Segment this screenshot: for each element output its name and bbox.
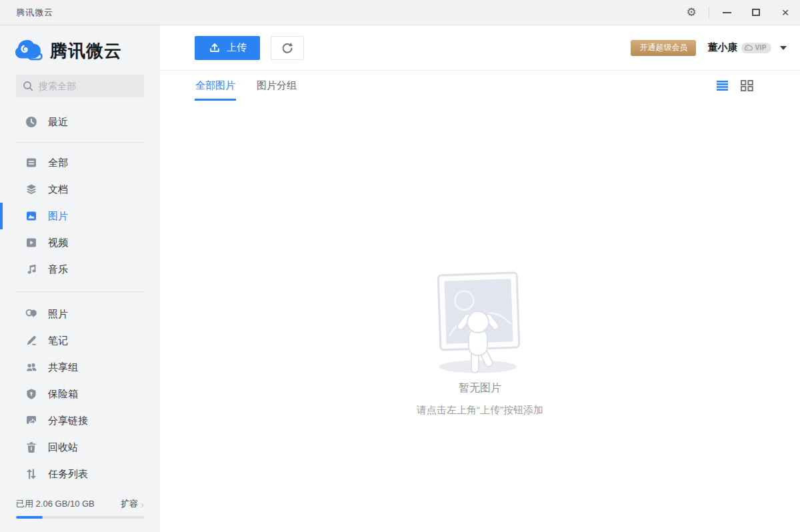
search-box[interactable] — [16, 75, 144, 97]
sidebar-item-all[interactable]: 全部 — [0, 149, 160, 176]
upload-icon — [208, 41, 221, 55]
pictures-icon — [25, 209, 38, 223]
vip-badge: VIP — [741, 43, 771, 53]
chevron-right-icon: › — [141, 499, 144, 509]
sidebar-item-label: 回收站 — [48, 441, 78, 454]
storage-progress-bar — [16, 516, 144, 519]
video-icon — [25, 236, 38, 249]
notes-pen-icon — [25, 334, 38, 347]
weiyun-cloud-logo — [15, 39, 44, 63]
sidebar-item-label: 分享链接 — [48, 415, 88, 427]
clock-icon — [25, 115, 38, 129]
storage-used-text: 已用 2.06 GB/10 GB — [16, 498, 95, 510]
empty-state: 暂无图片 请点击左上角“上传”按钮添加 — [160, 101, 800, 532]
close-button[interactable]: × — [771, 0, 800, 25]
tab-label: 全部图片 — [195, 79, 235, 92]
sidebar-item-notes[interactable]: 笔记 — [0, 327, 160, 354]
upgrade-member-button[interactable]: 开通超级会员 — [631, 40, 696, 56]
username[interactable]: 董小康 — [707, 41, 737, 54]
sidebar-item-safe[interactable]: 保险箱 — [0, 381, 160, 407]
empty-picture-frame-illustration — [430, 269, 530, 375]
sidebar-item-recycle-bin[interactable]: 回收站 — [0, 434, 160, 461]
sidebar-item-label: 图片 — [48, 210, 68, 223]
recycle-bin-icon — [25, 441, 38, 454]
refresh-icon — [280, 41, 295, 55]
share-link-icon — [25, 414, 38, 427]
sidebar-item-documents[interactable]: 文档 — [0, 176, 160, 203]
search-input[interactable] — [39, 81, 137, 91]
empty-state-subtitle: 请点击左上角“上传”按钮添加 — [417, 404, 543, 417]
tab-picture-groups[interactable]: 图片分组 — [256, 71, 297, 101]
sidebar-item-pictures[interactable]: 图片 — [0, 203, 160, 229]
main-toolbar: 上传 开通超级会员 董小康 VI — [160, 25, 800, 70]
storage-row: 已用 2.06 GB/10 GB 扩容 › — [16, 498, 144, 510]
sidebar-item-recent[interactable]: 最近 — [0, 109, 160, 135]
sidebar-item-label: 照片 — [48, 308, 68, 321]
sidebar-item-label: 全部 — [48, 157, 68, 169]
cloud-vip-icon — [744, 44, 753, 51]
list-view-icon[interactable] — [717, 81, 728, 91]
sidebar-item-videos[interactable]: 视频 — [0, 229, 160, 256]
titlebar: 腾讯微云 ⚙ × — [0, 0, 800, 25]
tab-label: 图片分组 — [257, 79, 297, 92]
storage-expand-label: 扩容 — [121, 498, 138, 510]
maximize-button[interactable] — [741, 0, 771, 25]
sidebar-nav: 最近 全部 文档 — [0, 109, 160, 489]
minimize-icon — [723, 12, 731, 13]
search-icon — [23, 81, 33, 91]
sidebar-item-music[interactable]: 音乐 — [0, 256, 160, 283]
app-window: 腾讯微云 ⚙ × — [0, 0, 800, 532]
window-title: 腾讯微云 — [16, 7, 53, 19]
sidebar-item-label: 保险箱 — [48, 388, 78, 401]
music-icon — [25, 263, 38, 276]
storage-progress-fill — [16, 516, 43, 519]
gear-icon: ⚙ — [686, 7, 696, 18]
sidebar-item-label: 共享组 — [48, 361, 78, 374]
storage-expand-link[interactable]: 扩容 › — [121, 498, 144, 510]
sidebar: 腾讯微云 最近 — [0, 25, 160, 532]
sidebar-item-label: 任务列表 — [48, 468, 88, 481]
close-icon: × — [781, 6, 789, 19]
empty-state-title: 暂无图片 — [459, 381, 501, 395]
view-toggles — [717, 80, 753, 91]
safe-shield-icon — [25, 387, 38, 401]
titlebar-divider — [709, 7, 709, 18]
shared-group-icon — [25, 361, 38, 374]
sidebar-item-share-links[interactable]: 分享链接 — [0, 407, 160, 434]
sidebar-item-label: 文档 — [48, 183, 68, 196]
sidebar-divider — [16, 142, 144, 143]
tab-all-pictures[interactable]: 全部图片 — [195, 71, 236, 101]
sidebar-item-task-list[interactable]: 任务列表 — [0, 461, 160, 487]
app-logo: 腾讯微云 — [0, 25, 160, 73]
documents-layers-icon — [25, 183, 38, 196]
photos-balloons-icon — [25, 307, 38, 321]
window-controls: ⚙ × — [677, 0, 800, 25]
logo-text: 腾讯微云 — [50, 39, 122, 63]
toolbar-right: 开通超级会员 董小康 VIP — [631, 40, 787, 56]
sidebar-item-label: 视频 — [48, 237, 68, 249]
settings-button[interactable]: ⚙ — [677, 0, 706, 25]
sidebar-item-label: 笔记 — [48, 335, 68, 347]
task-list-icon — [25, 467, 38, 481]
main-panel: 上传 开通超级会员 董小康 VI — [160, 25, 800, 532]
grid-view-icon[interactable] — [741, 80, 753, 91]
sidebar-divider — [16, 291, 144, 292]
minimize-button[interactable] — [712, 0, 741, 25]
sidebar-item-shared-group[interactable]: 共享组 — [0, 354, 160, 381]
sidebar-item-label: 音乐 — [48, 263, 68, 276]
refresh-button[interactable] — [271, 36, 304, 60]
vip-badge-label: VIP — [755, 44, 767, 51]
upload-button-label: 上传 — [227, 41, 247, 54]
sidebar-item-label: 最近 — [48, 116, 68, 129]
chevron-down-icon[interactable] — [780, 46, 787, 50]
all-files-icon — [25, 156, 38, 169]
sidebar-item-photos[interactable]: 照片 — [0, 301, 160, 327]
maximize-icon — [752, 9, 760, 16]
tab-bar: 全部图片 图片分组 — [160, 70, 800, 101]
upload-button[interactable]: 上传 — [195, 36, 260, 60]
storage-panel: 已用 2.06 GB/10 GB 扩容 › — [0, 489, 160, 532]
app-body: 腾讯微云 最近 — [0, 25, 800, 532]
